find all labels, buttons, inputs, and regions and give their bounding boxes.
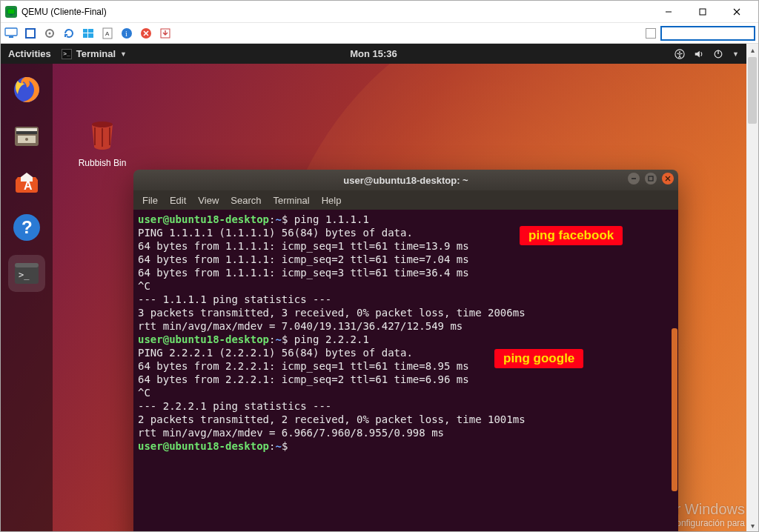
scroll-thumb[interactable] [748, 57, 757, 124]
qemu-toolbar: A i [1, 23, 758, 44]
gear-icon[interactable] [42, 26, 57, 41]
svg-rect-7 [9, 36, 13, 38]
terminal-titlebar[interactable]: user@ubuntu18-desktop: ~ [133, 170, 678, 190]
annotation-ping-google: ping google [494, 349, 583, 368]
qemu-window-controls [652, 1, 754, 23]
scroll-down-icon[interactable]: ▾ [746, 519, 758, 531]
ubuntu-desktop[interactable]: Activities >_ Terminal ▼ Mon 15:36 ▼ [1, 44, 746, 531]
app-menu-label: Terminal [76, 48, 116, 59]
terminal-title: user@ubuntu18-desktop: ~ [343, 175, 468, 186]
qemu-host-window: QEMU (Cliente-Final) A i Activities >_ [0, 0, 759, 532]
svg-point-40 [92, 122, 113, 127]
power-icon [713, 49, 723, 59]
menu-edit[interactable]: Edit [170, 195, 186, 206]
dock-firefox[interactable] [8, 71, 45, 108]
svg-rect-30 [16, 131, 37, 134]
svg-rect-15 [88, 33, 93, 38]
menu-help[interactable]: Help [322, 195, 342, 206]
svg-point-33 [25, 138, 28, 141]
dock: A ? >_ [1, 64, 53, 531]
chevron-down-icon: ▼ [120, 50, 127, 58]
rubbish-bin-icon[interactable]: Rubbish Bin [71, 118, 133, 168]
svg-rect-12 [83, 29, 87, 33]
svg-rect-31 [16, 128, 37, 131]
scroll-up-icon[interactable]: ▴ [746, 44, 758, 56]
svg-text:?: ? [21, 217, 33, 237]
svg-rect-0 [7, 9, 15, 14]
terminal-maximize-button[interactable] [645, 173, 657, 184]
annotation-ping-facebook: ping facebook [520, 226, 623, 245]
refresh-icon[interactable] [62, 26, 76, 41]
svg-rect-9 [27, 30, 34, 37]
svg-rect-14 [83, 33, 87, 38]
svg-rect-1 [10, 14, 13, 15]
terminal-body[interactable]: user@ubuntu18-desktop:~$ ping 1.1.1.1 PI… [133, 210, 678, 531]
chevron-down-icon: ▼ [732, 50, 739, 58]
terminal-minimize-button[interactable] [628, 173, 640, 184]
menu-search[interactable]: Search [231, 195, 261, 206]
terminal-close-button[interactable] [662, 173, 674, 184]
svg-rect-42 [649, 176, 653, 181]
svg-rect-37 [15, 263, 39, 284]
dock-files[interactable] [8, 117, 45, 154]
svg-text:A: A [105, 30, 110, 37]
dock-terminal[interactable]: >_ [8, 255, 45, 292]
svg-rect-3 [700, 9, 706, 15]
toolbar-indicator [646, 28, 656, 39]
qemu-app-icon [5, 6, 17, 18]
dock-help[interactable]: ? [8, 209, 45, 246]
app-menu[interactable]: >_ Terminal ▼ [62, 48, 127, 59]
clock[interactable]: Mon 15:36 [350, 48, 397, 59]
qemu-vertical-scrollbar[interactable]: ▴ ▾ [746, 44, 758, 531]
download-icon[interactable] [158, 26, 173, 41]
status-area[interactable]: ▼ [675, 49, 739, 59]
close-button[interactable] [720, 1, 754, 23]
svg-text:A: A [24, 179, 33, 192]
terminal-window: user@ubuntu18-desktop: ~ File Edit View … [133, 170, 678, 531]
qemu-titlebar: QEMU (Cliente-Final) [1, 1, 758, 23]
scroll-track[interactable] [746, 56, 758, 519]
svg-text:>_: >_ [19, 270, 30, 280]
windows-icon[interactable] [81, 26, 96, 41]
terminal-scrollbar-thumb[interactable] [672, 328, 677, 491]
volume-icon [694, 49, 704, 59]
menu-terminal[interactable]: Terminal [274, 195, 310, 206]
trash-icon [84, 118, 120, 153]
rubbish-bin-label: Rubbish Bin [71, 158, 133, 168]
svg-point-11 [49, 32, 51, 34]
menu-file[interactable]: File [142, 195, 158, 206]
terminal-mini-icon: >_ [62, 49, 72, 59]
minimize-button[interactable] [652, 1, 686, 23]
terminal-menubar: File Edit View Search Terminal Help [133, 190, 678, 210]
fullscreen-icon[interactable] [23, 26, 38, 41]
terminal-window-controls [628, 173, 674, 184]
doc-icon[interactable]: A [100, 26, 115, 41]
accessibility-icon [675, 49, 685, 59]
menu-view[interactable]: View [198, 195, 219, 206]
svg-rect-6 [5, 28, 17, 36]
qemu-search-input[interactable] [660, 26, 755, 41]
svg-point-25 [679, 51, 680, 53]
monitor-icon[interactable] [4, 26, 19, 41]
activities-button[interactable]: Activities [8, 48, 51, 59]
qemu-body: Activities >_ Terminal ▼ Mon 15:36 ▼ [1, 44, 758, 531]
svg-rect-38 [15, 263, 39, 267]
maximize-button[interactable] [686, 1, 720, 23]
dock-software[interactable]: A [8, 163, 45, 200]
info-icon[interactable]: i [119, 26, 134, 41]
qemu-window-title: QEMU (Cliente-Final) [21, 7, 107, 17]
svg-rect-13 [88, 29, 93, 33]
svg-text:i: i [125, 30, 127, 38]
close-red-icon[interactable] [139, 26, 153, 41]
gnome-top-bar: Activities >_ Terminal ▼ Mon 15:36 ▼ [1, 44, 746, 64]
